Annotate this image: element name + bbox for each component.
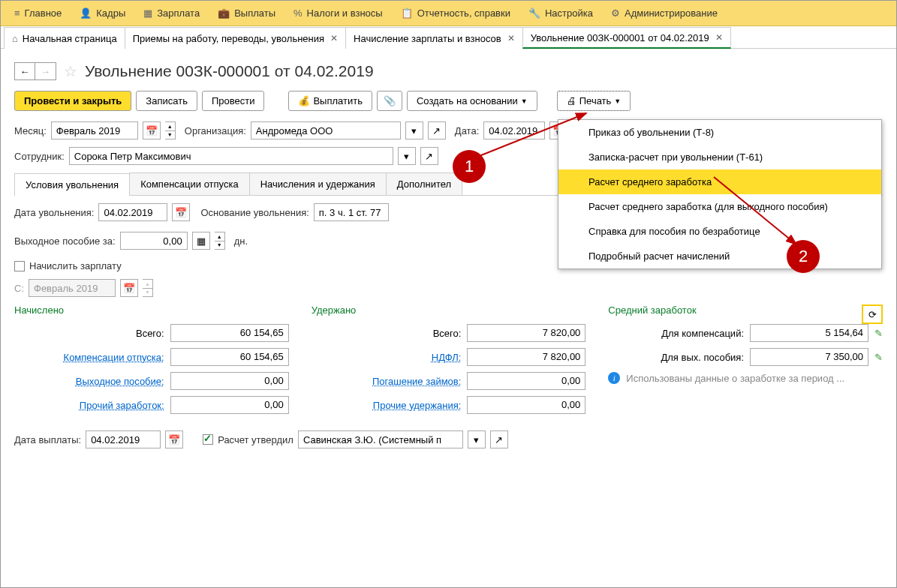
tab[interactable]: Увольнение 00ЗК-000001 от 04.02.2019✕ [522, 27, 731, 49]
approver-input[interactable] [298, 430, 463, 448]
org-dropdown-button[interactable]: ▾ [405, 122, 423, 140]
menu-icon: 🔧 [528, 8, 540, 19]
approver-dropdown-button[interactable]: ▾ [468, 430, 486, 448]
topmenu-item[interactable]: 👤Кадры [71, 1, 134, 26]
tab-label: Начисление зарплаты и взносов [354, 33, 501, 44]
print-menu-item[interactable]: Расчет среднего заработка (для выходного… [558, 194, 881, 219]
topmenu-item[interactable]: ⚙Администрирование [602, 1, 727, 26]
month-spinner[interactable]: ▲▼ [165, 122, 176, 140]
basis-input[interactable] [314, 203, 389, 221]
withheld-loan-label[interactable]: Погашение займов: [372, 376, 461, 387]
topmenu-item[interactable]: ▦Зарплата [134, 1, 209, 26]
pay-button[interactable]: 💰Выплатить [288, 91, 372, 111]
topmenu-item[interactable]: ≡Главное [5, 1, 71, 26]
avg-comp-label: Для компенсаций: [661, 328, 744, 339]
pay-date-input[interactable] [86, 430, 161, 448]
tab-close-icon[interactable]: ✕ [330, 33, 338, 44]
avg-header: Средний заработок [608, 304, 696, 316]
accrued-comp-label[interactable]: Компенсации отпуска: [64, 352, 164, 363]
dismiss-date-calendar-button[interactable]: 📅 [172, 203, 190, 221]
accrued-sev-label[interactable]: Выходное пособие: [76, 376, 164, 387]
date-label: Дата: [455, 125, 479, 136]
topmenu-item[interactable]: %Налоги и взносы [284, 1, 392, 26]
nav-back-button[interactable]: ← [14, 62, 35, 80]
severance-input[interactable] [120, 232, 188, 250]
post-and-close-button[interactable]: Провести и закрыть [14, 91, 131, 111]
withheld-header: Удержано [312, 304, 586, 316]
page-title: Увольнение 00ЗК-000001 от 04.02.2019 [85, 62, 374, 80]
employee-input[interactable] [69, 147, 393, 165]
org-input[interactable] [251, 122, 401, 140]
avg-comp-value: 5 154,64 [750, 324, 868, 342]
print-menu-item[interactable]: Расчет среднего заработка [558, 170, 881, 194]
create-based-button[interactable]: Создать на основании▼ [407, 91, 537, 111]
save-button[interactable]: Записать [136, 91, 197, 111]
topmenu-item[interactable]: 💼Выплаты [209, 1, 284, 26]
menu-icon: 💼 [218, 8, 230, 19]
menu-label: Администрирование [625, 8, 718, 19]
pay-date-label: Дата выплаты: [14, 434, 81, 446]
tab[interactable]: Приемы на работу, переводы, увольнения✕ [125, 27, 346, 49]
accrued-other-label[interactable]: Прочий заработок: [80, 400, 164, 411]
tab[interactable]: ⌂Начальная страница [4, 27, 125, 49]
print-menu-item[interactable]: Записка-расчет при увольнении (Т-61) [558, 145, 881, 170]
nav-fwd-button[interactable]: → [35, 62, 56, 80]
caret-down-icon: ▼ [614, 98, 621, 105]
avg-note[interactable]: Использованы данные о заработке за перио… [626, 373, 844, 384]
accrue-salary-checkbox[interactable] [14, 261, 25, 272]
post-button[interactable]: Провести [202, 91, 265, 111]
accrue-salary-label: Начислить зарплату [29, 260, 122, 272]
tab-bar: ⌂Начальная страницаПриемы на работу, пер… [1, 26, 896, 49]
org-open-button[interactable]: ↗ [428, 122, 446, 140]
print-dropdown: Приказ об увольнении (Т-8)Записка-расчет… [558, 119, 882, 269]
from-input [29, 279, 116, 297]
menu-label: Настройка [545, 8, 593, 19]
severance-spinner[interactable]: ▲▼ [215, 232, 225, 250]
approved-checkbox[interactable] [203, 434, 213, 445]
tab-close-icon[interactable]: ✕ [507, 33, 515, 44]
tab-close-icon[interactable]: ✕ [715, 32, 723, 43]
avg-sev-value: 7 350,00 [750, 348, 868, 366]
attach-button[interactable]: 📎 [377, 91, 402, 111]
print-menu-item[interactable]: Приказ об увольнении (Т-8) [558, 120, 881, 145]
severance-label: Выходное пособие за: [14, 236, 116, 247]
avg-comp-edit-icon[interactable]: ✎ [874, 328, 883, 339]
month-calendar-button[interactable]: 📅 [143, 122, 161, 140]
month-input[interactable] [51, 122, 138, 140]
withheld-loan-value: 0,00 [467, 372, 585, 390]
topmenu-item[interactable]: 📋Отчетность, справки [392, 1, 519, 26]
date-input[interactable] [483, 122, 545, 140]
favorite-star-icon[interactable]: ☆ [64, 62, 77, 80]
tab[interactable]: Начисление зарплаты и взносов✕ [345, 27, 523, 49]
avg-sev-edit-icon[interactable]: ✎ [874, 352, 883, 363]
approved-label: Расчет утвердил [218, 434, 293, 446]
pay-date-calendar-button[interactable]: 📅 [165, 430, 183, 448]
employee-dropdown-button[interactable]: ▾ [398, 147, 416, 165]
menu-label: Зарплата [157, 8, 200, 19]
print-menu-item[interactable]: Справка для пособия по безработице [558, 219, 881, 244]
print-menu-item[interactable]: Подробный расчет начислений [558, 244, 881, 268]
refresh-button[interactable]: ⟳ [862, 304, 883, 324]
menu-icon: ▦ [143, 8, 152, 19]
menu-icon: 👤 [80, 8, 92, 19]
doc-tab[interactable]: Дополнител [386, 172, 462, 195]
withheld-other-label[interactable]: Прочие удержания: [373, 400, 462, 411]
doc-tab[interactable]: Начисления и удержания [249, 172, 387, 195]
doc-tab[interactable]: Компенсации отпуска [129, 172, 250, 195]
severance-calc-button[interactable]: ▦ [192, 232, 210, 250]
print-button[interactable]: 🖨Печать▼ [557, 91, 631, 111]
menu-icon: ⚙ [611, 8, 620, 19]
withheld-ndfl-label[interactable]: НДФЛ: [432, 352, 462, 363]
info-icon: i [608, 372, 620, 384]
topmenu-item[interactable]: 🔧Настройка [519, 1, 602, 26]
approver-open-button[interactable]: ↗ [490, 430, 508, 448]
employee-open-button[interactable]: ↗ [420, 147, 438, 165]
doc-tab[interactable]: Условия увольнения [14, 173, 130, 196]
accrued-total-value: 60 154,65 [170, 324, 289, 342]
paperclip-icon: 📎 [384, 95, 396, 106]
dismiss-date-input[interactable] [98, 203, 167, 221]
toolbar: Провести и закрыть Записать Провести 💰Вы… [14, 91, 883, 111]
menu-icon: ≡ [14, 8, 20, 19]
from-label: С: [14, 283, 24, 294]
caret-down-icon: ▼ [521, 98, 528, 105]
